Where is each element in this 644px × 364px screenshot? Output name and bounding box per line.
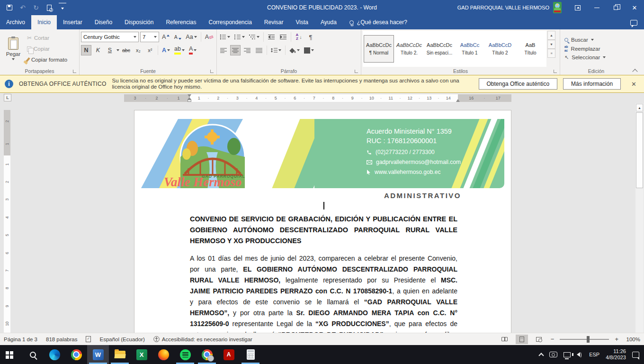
numbering-button[interactable] [233, 32, 246, 42]
style-card[interactable]: AaBbCcDc Sin espaci... [424, 35, 455, 63]
shrink-font-button[interactable]: A [172, 32, 183, 42]
change-case-button[interactable]: Aa [184, 32, 198, 42]
ribbon-tab[interactable]: Referencias [160, 15, 202, 29]
undo-icon[interactable]: ↶ [19, 3, 27, 12]
text-effects-button[interactable]: A [161, 45, 171, 55]
style-card[interactable]: AaB Título [515, 35, 546, 63]
grow-font-button[interactable]: A [161, 32, 171, 42]
replace-button[interactable]: abacReemplazar [564, 45, 628, 52]
tell-me-search[interactable]: ¿Qué desea hacer? [349, 15, 407, 29]
font-dialog-launcher-icon[interactable] [210, 70, 214, 73]
style-card[interactable]: AaBbCcDc Título 2. [394, 35, 424, 63]
font-color-button[interactable]: A [188, 45, 198, 55]
ribbon-tab[interactable]: Insertar [57, 15, 89, 29]
font-size-combo[interactable]: 7 [140, 32, 159, 42]
ribbon-tab[interactable]: Diseño [89, 15, 118, 29]
restore-button[interactable] [606, 0, 625, 15]
styles-more-icon[interactable]: ≡ [547, 49, 555, 58]
sort-button[interactable]: AZ↓ [294, 32, 304, 42]
indent-marker-right[interactable] [456, 99, 460, 102]
decrease-indent-button[interactable] [266, 32, 277, 42]
styles-dialog-launcher-icon[interactable] [554, 70, 557, 73]
line-spacing-button[interactable] [269, 45, 283, 55]
taskbar-item[interactable] [87, 345, 109, 364]
account-avatar[interactable] [553, 2, 562, 13]
collapse-ribbon-icon[interactable] [633, 68, 637, 73]
language-indicator[interactable]: Español (Ecuador) [99, 337, 144, 342]
vertical-scrollbar[interactable]: ▲ [635, 103, 644, 333]
multilevel-list-button[interactable] [248, 32, 261, 42]
subscript-button[interactable]: x₂ [133, 45, 143, 55]
taskbar-item[interactable] [131, 345, 152, 364]
ribbon-display-options-button[interactable] [568, 0, 587, 15]
ribbon-tab[interactable]: Inicio [31, 15, 57, 29]
select-button[interactable]: ↖Seleccionar [564, 55, 628, 61]
highlight-button[interactable]: ab [173, 45, 186, 55]
customize-qat-icon[interactable] [59, 3, 66, 12]
ribbon-tab[interactable]: Archivo [0, 15, 31, 29]
zoom-level[interactable]: 100% [624, 337, 640, 342]
action-center-icon[interactable] [632, 352, 639, 358]
zoom-out-button[interactable]: − [550, 336, 555, 343]
taskbar-item[interactable] [0, 345, 22, 364]
document-title-paragraph[interactable]: CONVENIO DE SERVICIO DE GRABACIÓN, EDICI… [190, 214, 457, 246]
get-office-button[interactable]: Obtenga Office auténtico [479, 78, 558, 90]
minimize-button[interactable] [587, 0, 606, 15]
accessibility-status[interactable]: Accesibilidad: es necesario investigar [153, 336, 252, 342]
style-card[interactable]: AaBbCcD Título 2 [485, 35, 515, 63]
styles-scroll-down-icon[interactable]: ▼ [547, 40, 555, 49]
document-body-paragraph[interactable]: A los 01 días del mes de junio del 2023,… [190, 253, 457, 333]
clear-formatting-button[interactable]: A [204, 32, 215, 42]
zoom-slider[interactable] [560, 339, 609, 340]
align-right-button[interactable] [242, 45, 252, 55]
document-page[interactable]: GAD PARROQUIAL Valle Hermoso Acuerdo Min… [134, 110, 511, 333]
styles-scroll-up-icon[interactable]: ▲ [547, 31, 555, 40]
zoom-slider-thumb[interactable] [587, 336, 590, 343]
taskbar-item[interactable] [240, 345, 261, 364]
tray-overflow-icon[interactable] [538, 353, 544, 358]
taskbar-item[interactable] [174, 345, 196, 364]
chevron-down-icon[interactable] [116, 49, 119, 51]
bold-button[interactable]: N [81, 45, 91, 55]
ribbon-tab[interactable]: Correspondencia [202, 15, 258, 29]
style-card[interactable]: AaBbCcDc ¶ Normal [364, 35, 394, 63]
taskbar-item[interactable] [22, 345, 44, 364]
page-indicator[interactable]: Página 1 de 3 [4, 337, 37, 342]
print-layout-button[interactable] [516, 335, 528, 344]
borders-button[interactable] [303, 45, 315, 55]
proofing-status[interactable] [86, 336, 91, 342]
ribbon-tab[interactable]: Vista [290, 15, 314, 29]
save-icon[interactable] [6, 3, 13, 12]
clipboard-dialog-launcher-icon[interactable] [73, 70, 76, 73]
taskbar-item[interactable] [196, 345, 218, 364]
taskbar-item[interactable] [44, 345, 65, 364]
taskbar-item[interactable] [152, 345, 174, 364]
meet-now-icon[interactable] [549, 352, 557, 357]
network-icon[interactable] [564, 352, 571, 357]
word-count[interactable]: 818 palabras [46, 337, 78, 342]
scroll-up-icon[interactable]: ▲ [636, 104, 643, 111]
taskbar-item[interactable] [218, 345, 240, 364]
style-card[interactable]: AaBbCc Título 1 [455, 35, 485, 63]
ribbon-tab[interactable]: Ayuda [314, 15, 343, 29]
show-marks-button[interactable]: ¶ [305, 32, 316, 42]
format-painter-button[interactable]: Copiar formato [27, 55, 67, 64]
volume-icon[interactable] [577, 352, 580, 357]
more-info-button[interactable]: Más información [563, 78, 621, 90]
bullets-button[interactable] [218, 32, 232, 42]
taskbar-item[interactable] [65, 345, 87, 364]
font-name-combo[interactable]: Century Gothic [81, 32, 139, 42]
close-button[interactable]: ✕ [625, 0, 644, 15]
scrollbar-thumb[interactable] [636, 112, 643, 188]
align-center-button[interactable] [230, 45, 241, 55]
underline-button[interactable]: S [105, 45, 115, 55]
shading-button[interactable] [288, 45, 301, 55]
italic-button[interactable]: K [93, 45, 103, 55]
tab-selector[interactable]: L [4, 94, 11, 101]
paragraph-dialog-launcher-icon[interactable] [355, 70, 358, 73]
feedback-icon[interactable] [630, 20, 637, 26]
justify-button[interactable] [254, 45, 264, 55]
ribbon-tab[interactable]: Disposición [118, 15, 160, 29]
ribbon-tab[interactable]: Revisar [258, 15, 290, 29]
account-name[interactable]: GAD PARROQUIAL VALLE HERMOSO [457, 5, 549, 10]
